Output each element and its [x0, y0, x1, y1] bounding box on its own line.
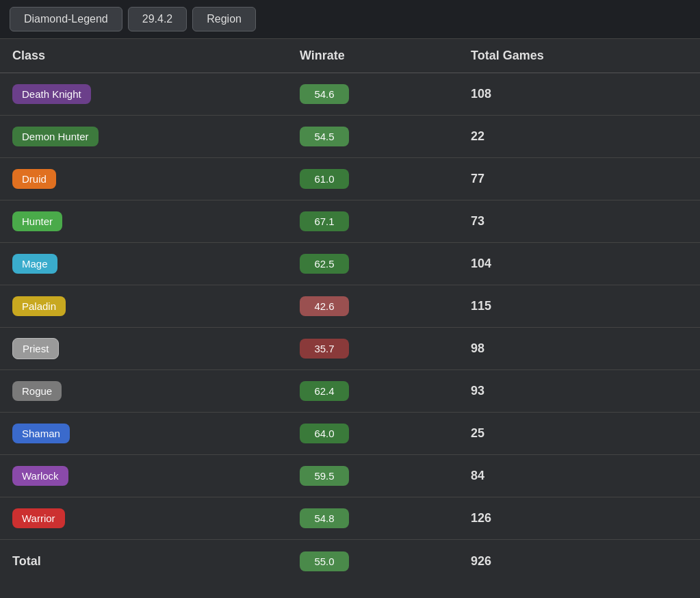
table-row: Druid 61.0 77 [0, 158, 700, 200]
winrate-badge: 62.5 [300, 254, 349, 274]
winrate-badge: 67.1 [300, 211, 349, 231]
total-games-cell: 115 [471, 299, 688, 313]
class-badge: Hunter [12, 211, 62, 231]
table-body: Death Knight 54.6 108 Demon Hunter 54.5 … [0, 73, 700, 582]
winrate-cell: 67.1 [300, 211, 471, 231]
total-games-cell: 104 [471, 257, 688, 271]
class-badge: Warlock [12, 466, 68, 486]
table-row: Paladin 42.6 115 [0, 285, 700, 328]
total-games-cell: 77 [471, 172, 688, 186]
winrate-cell: 64.0 [300, 424, 471, 443]
total-winrate-cell: 55.0 [300, 551, 471, 571]
winrate-cell: 42.6 [300, 296, 471, 316]
class-cell: Mage [12, 254, 300, 274]
winrate-cell: 62.4 [300, 381, 471, 401]
total-row: Total 55.0 926 [0, 540, 700, 582]
class-badge: Paladin [12, 296, 66, 316]
total-games-cell: 22 [471, 129, 688, 144]
top-bar: Diamond-Legend 29.4.2 Region [0, 0, 700, 39]
class-column-header: Class [12, 49, 300, 63]
class-cell: Hunter [12, 211, 300, 231]
table-row: Warlock 59.5 84 [0, 455, 700, 497]
class-badge: Rogue [12, 381, 62, 401]
total-games-cell: 126 [471, 511, 688, 525]
class-cell: Demon Hunter [12, 127, 300, 146]
winrate-cell: 54.8 [300, 508, 471, 528]
total-games-cell: 93 [471, 384, 688, 398]
winrate-cell: 35.7 [300, 339, 471, 359]
class-badge: Warrior [12, 508, 65, 528]
table-row: Priest 35.7 98 [0, 328, 700, 370]
winrate-cell: 54.6 [300, 84, 471, 104]
winrate-badge: 54.6 [300, 84, 349, 104]
total-games-cell: 25 [471, 426, 688, 441]
class-cell: Shaman [12, 424, 300, 443]
class-cell: Death Knight [12, 84, 300, 104]
winrate-cell: 59.5 [300, 466, 471, 486]
table-header: Class Winrate Total Games [0, 39, 700, 73]
class-cell: Paladin [12, 296, 300, 316]
stats-table: Class Winrate Total Games Death Knight 5… [0, 39, 700, 582]
class-badge: Priest [12, 338, 59, 359]
class-badge: Demon Hunter [12, 127, 99, 146]
class-cell: Warlock [12, 466, 300, 486]
class-badge: Druid [12, 169, 56, 189]
total-games-cell: 98 [471, 341, 688, 356]
table-row: Demon Hunter 54.5 22 [0, 116, 700, 158]
class-badge: Shaman [12, 424, 70, 443]
class-cell: Druid [12, 169, 300, 189]
total-games-cell: 73 [471, 214, 688, 229]
class-badge: Death Knight [12, 84, 91, 104]
total-games-total-cell: 926 [471, 554, 688, 569]
table-row: Warrior 54.8 126 [0, 497, 700, 540]
winrate-badge: 64.0 [300, 424, 349, 443]
winrate-badge: 54.5 [300, 127, 349, 146]
diamond-legend-button[interactable]: Diamond-Legend [10, 7, 122, 31]
winrate-cell: 62.5 [300, 254, 471, 274]
winrate-badge: 42.6 [300, 296, 349, 316]
winrate-cell: 54.5 [300, 127, 471, 146]
winrate-cell: 61.0 [300, 169, 471, 189]
total-label-cell: Total [12, 554, 300, 569]
table-row: Hunter 67.1 73 [0, 200, 700, 243]
table-row: Rogue 62.4 93 [0, 370, 700, 413]
winrate-column-header: Winrate [300, 49, 471, 63]
class-cell: Priest [12, 338, 300, 359]
total-games-cell: 84 [471, 469, 688, 483]
table-row: Shaman 64.0 25 [0, 413, 700, 455]
winrate-badge: 62.4 [300, 381, 349, 401]
winrate-badge: 59.5 [300, 466, 349, 486]
table-row: Mage 62.5 104 [0, 243, 700, 285]
region-button[interactable]: Region [192, 7, 256, 31]
total-winrate-badge: 55.0 [300, 551, 349, 571]
winrate-badge: 35.7 [300, 339, 349, 359]
class-cell: Rogue [12, 381, 300, 401]
class-cell: Warrior [12, 508, 300, 528]
total-games-column-header: Total Games [471, 49, 688, 63]
winrate-badge: 54.8 [300, 508, 349, 528]
winrate-badge: 61.0 [300, 169, 349, 189]
total-label: Total [12, 554, 41, 568]
version-button[interactable]: 29.4.2 [128, 7, 187, 31]
class-badge: Mage [12, 254, 57, 274]
total-games-cell: 108 [471, 87, 688, 101]
table-row: Death Knight 54.6 108 [0, 73, 700, 116]
